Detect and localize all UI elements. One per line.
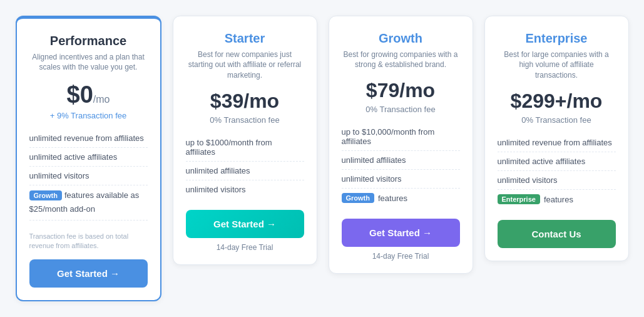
features-list-growth: up to $10,000/month from affiliates unli… xyxy=(342,123,460,207)
features-list-enterprise: unlimited revenue from affiliates unlimi… xyxy=(498,133,616,209)
plan-name-growth: Growth xyxy=(342,31,460,46)
transaction-fee-growth: 0% Transaction fee xyxy=(342,105,460,114)
plan-desc-growth: Best for growing companies with a strong… xyxy=(342,49,460,71)
plan-price-enterprise: $299+/mo xyxy=(498,90,616,113)
feature-badge-row: Growth features available as $25/month a… xyxy=(29,185,148,220)
price-amount-growth: $79/mo xyxy=(366,79,435,101)
pricing-container: Performance Aligned incentives and a pla… xyxy=(16,16,629,302)
plan-desc-enterprise: Best for large companies with a high vol… xyxy=(498,49,616,81)
feature-item: unlimited visitors xyxy=(342,170,460,189)
feature-item: unlimited visitors xyxy=(29,167,148,185)
price-amount-starter: $39/mo xyxy=(210,90,279,112)
plan-card-performance: Performance Aligned incentives and a pla… xyxy=(16,16,161,302)
feature-item: up to $10,000/month from affiliates xyxy=(342,123,460,151)
features-list-performance: unlimited revenue from affiliates unlimi… xyxy=(29,129,148,220)
plan-card-starter: Starter Best for new companies just star… xyxy=(173,16,317,265)
free-trial-starter: 14-day Free Trial xyxy=(186,243,304,252)
cta-button-enterprise[interactable]: Contact Us xyxy=(498,220,616,248)
transaction-fee-performance: + 9% Transaction fee xyxy=(29,111,148,120)
enterprise-badge: Enterprise xyxy=(498,194,540,204)
plan-price-starter: $39/mo xyxy=(186,90,304,113)
footnote-performance: Transaction fee is based on total revenu… xyxy=(29,232,148,251)
badge-after-enterprise: features xyxy=(544,195,573,204)
feature-item: unlimited active affiliates xyxy=(498,152,616,171)
price-amount-enterprise: $299+/mo xyxy=(511,90,603,112)
cta-button-starter[interactable]: Get Started → xyxy=(186,210,304,238)
feature-badge-row: Enterprise features xyxy=(498,190,616,209)
plan-card-growth: Growth Best for growing companies with a… xyxy=(329,16,473,274)
price-amount-performance: $0 xyxy=(67,81,93,108)
feature-item: unlimited visitors xyxy=(186,180,304,199)
price-suffix-performance: /mo xyxy=(93,94,110,105)
plan-desc-starter: Best for new companies just starting out… xyxy=(186,49,304,81)
feature-item: unlimited active affiliates xyxy=(29,148,148,167)
plan-desc-performance: Aligned incentives and a plan that scale… xyxy=(29,52,148,73)
free-trial-growth: 14-day Free Trial xyxy=(342,252,460,261)
transaction-fee-enterprise: 0% Transaction fee xyxy=(498,115,616,125)
features-list-starter: up to $1000/month from affiliates unlimi… xyxy=(186,133,304,199)
feature-item: up to $1000/month from affiliates xyxy=(186,133,304,162)
plan-price-performance: $0/mo xyxy=(29,81,148,108)
cta-button-performance[interactable]: Get Started → xyxy=(29,259,148,288)
feature-item: unlimited affiliates xyxy=(342,151,460,170)
growth-badge-growth: Growth xyxy=(342,193,375,203)
badge-after-text: features available as xyxy=(64,190,139,201)
plan-name-performance: Performance xyxy=(29,34,148,48)
feature-item: unlimited revenue from affiliates xyxy=(29,129,148,148)
plan-card-enterprise: Enterprise Best for large companies with… xyxy=(484,16,629,261)
badge-note: $25/month add-on xyxy=(29,204,96,215)
plan-name-starter: Starter xyxy=(186,31,304,46)
cta-button-growth[interactable]: Get Started → xyxy=(342,219,460,247)
feature-item: unlimited affiliates xyxy=(186,162,304,180)
growth-badge: Growth xyxy=(29,190,63,200)
transaction-fee-starter: 0% Transaction fee xyxy=(186,115,304,125)
feature-badge-row: Growth features xyxy=(342,189,460,207)
badge-after-growth: features xyxy=(378,194,407,203)
feature-item: unlimited visitors xyxy=(498,171,616,190)
plan-name-enterprise: Enterprise xyxy=(498,31,616,46)
plan-price-growth: $79/mo xyxy=(342,79,460,102)
feature-item: unlimited revenue from affiliates xyxy=(498,133,616,152)
